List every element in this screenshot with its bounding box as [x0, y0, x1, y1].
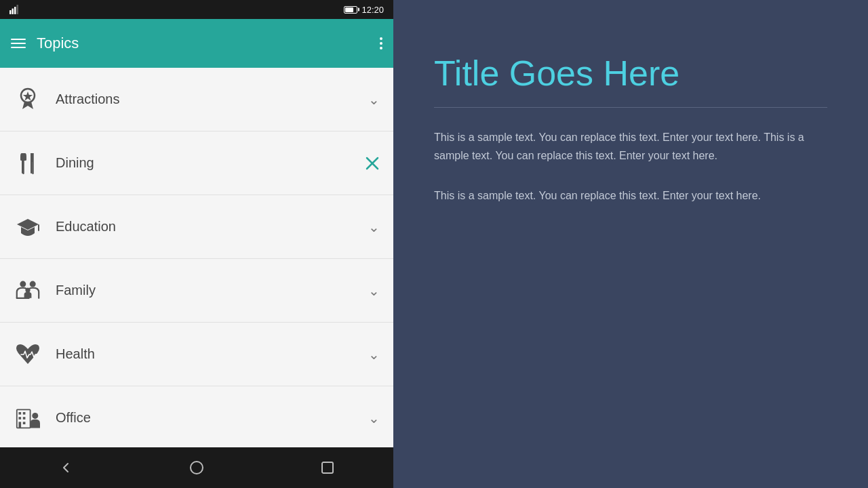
- svg-rect-20: [19, 417, 22, 420]
- menu-item-education[interactable]: Education ⌄: [0, 195, 393, 259]
- menu-list: Attractions ⌄ Dining: [0, 68, 393, 447]
- svg-point-16: [25, 287, 30, 292]
- office-chevron: ⌄: [368, 410, 380, 426]
- svg-rect-22: [19, 422, 22, 428]
- svg-point-25: [191, 462, 203, 474]
- attractions-icon: [14, 85, 42, 114]
- content-panel: Title Goes Here This is a sample text. Y…: [393, 19, 868, 488]
- hamburger-line-1: [11, 39, 26, 40]
- more-dot-3: [380, 47, 382, 49]
- attractions-label: Attractions: [56, 92, 368, 107]
- battery-fill: [345, 7, 353, 12]
- svg-marker-5: [23, 92, 33, 100]
- attractions-chevron: ⌄: [368, 92, 380, 108]
- education-chevron: ⌄: [368, 219, 380, 235]
- status-time: 12:20: [361, 5, 384, 15]
- family-label: Family: [56, 283, 368, 298]
- app-bar: Topics: [0, 19, 393, 68]
- svg-rect-0: [9, 10, 12, 14]
- svg-rect-19: [23, 412, 26, 415]
- top-status-area: 12:20: [0, 0, 868, 19]
- content-paragraph-1: This is a sample text. You can replace t…: [434, 128, 827, 165]
- battery-icon: [344, 6, 357, 14]
- svg-rect-3: [17, 5, 19, 14]
- app-bar-title: Topics: [37, 35, 380, 52]
- svg-rect-2: [14, 7, 16, 14]
- menu-item-attractions[interactable]: Attractions ⌄: [0, 68, 393, 131]
- hamburger-icon[interactable]: [11, 39, 26, 48]
- main-layout: Topics Attractions ⌄: [0, 19, 868, 488]
- health-icon: [14, 340, 42, 369]
- svg-point-13: [20, 281, 26, 287]
- dining-label: Dining: [56, 155, 365, 171]
- nav-bar: [0, 447, 393, 488]
- education-icon: [14, 213, 42, 241]
- more-options-icon[interactable]: [380, 37, 382, 49]
- content-title: Title Goes Here: [434, 53, 827, 94]
- phone-shell: Topics Attractions ⌄: [0, 19, 393, 488]
- svg-rect-21: [23, 417, 26, 420]
- svg-marker-11: [17, 219, 39, 230]
- recents-button[interactable]: [311, 454, 344, 481]
- svg-rect-12: [38, 224, 39, 231]
- hamburger-line-3: [11, 47, 26, 48]
- dining-close-icon[interactable]: [365, 156, 380, 171]
- signal-icon: [9, 5, 19, 14]
- more-dot-1: [380, 37, 382, 40]
- svg-rect-23: [23, 422, 26, 424]
- svg-rect-18: [19, 412, 22, 415]
- content-paragraph-2: This is a sample text. You can replace t…: [434, 186, 827, 205]
- svg-rect-26: [322, 462, 333, 473]
- svg-point-24: [32, 412, 38, 418]
- menu-item-family[interactable]: Family ⌄: [0, 259, 393, 323]
- menu-item-office[interactable]: Office ⌄: [0, 386, 393, 447]
- menu-item-dining[interactable]: Dining: [0, 131, 393, 195]
- hamburger-line-2: [11, 43, 26, 44]
- office-icon: [14, 404, 42, 432]
- status-bar-left: [9, 5, 19, 14]
- office-label: Office: [56, 410, 368, 426]
- status-bar-right: 12:20: [344, 5, 384, 15]
- more-dot-2: [380, 42, 382, 45]
- family-chevron: ⌄: [368, 283, 380, 299]
- status-bar: 12:20: [0, 0, 393, 19]
- svg-rect-1: [12, 9, 14, 15]
- dining-icon: [14, 149, 42, 178]
- health-label: Health: [56, 346, 368, 362]
- svg-point-15: [30, 281, 36, 287]
- menu-item-health[interactable]: Health ⌄: [0, 323, 393, 386]
- back-button[interactable]: [49, 454, 83, 481]
- family-icon: [14, 277, 42, 305]
- education-label: Education: [56, 219, 368, 235]
- content-divider: [434, 107, 827, 108]
- health-chevron: ⌄: [368, 346, 380, 363]
- right-status-area: [393, 0, 868, 19]
- home-button[interactable]: [180, 454, 214, 481]
